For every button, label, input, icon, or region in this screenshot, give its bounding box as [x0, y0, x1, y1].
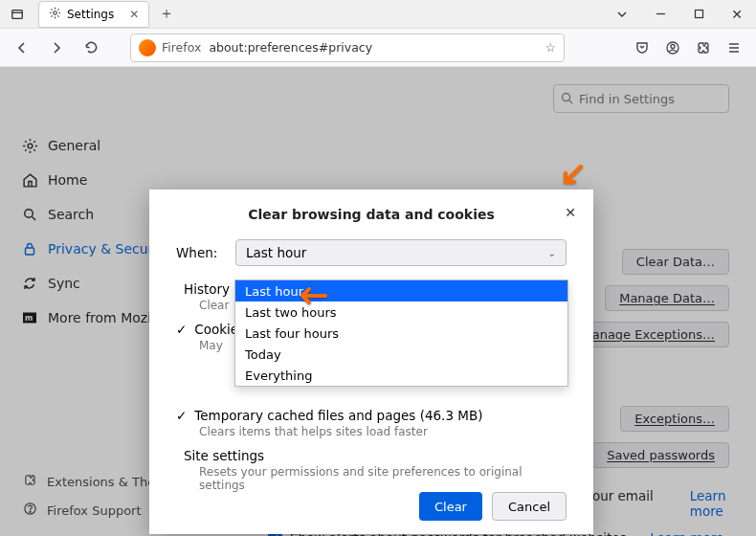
chevron-down-icon: ⌄ [548, 248, 556, 258]
dropdown-option-today[interactable]: Today [235, 344, 567, 365]
minimize-button[interactable] [641, 0, 679, 29]
dropdown-option-last-four-hours[interactable]: Last four hours [235, 323, 567, 344]
chevron-down-icon[interactable] [603, 0, 641, 29]
reload-button[interactable] [77, 34, 105, 62]
dropdown-option-everything[interactable]: Everything [235, 365, 567, 386]
svg-rect-0 [12, 10, 23, 18]
option-desc: Clears items that helps sites load faste… [199, 425, 567, 438]
extensions-icon[interactable] [689, 34, 718, 62]
when-row: When: Last hour ⌄ [176, 239, 567, 266]
option-desc: Resets your permissions and site prefere… [199, 465, 567, 492]
close-window-button[interactable]: ✕ [718, 0, 756, 29]
when-select[interactable]: Last hour ⌄ [235, 239, 567, 266]
tab-list-button[interactable] [0, 1, 34, 28]
save-pocket-icon[interactable] [628, 34, 656, 62]
toolbar: Firefox about:preferences#privacy ☆ [0, 29, 756, 67]
cache-option[interactable]: ✓Temporary cached files and pages (46.3 … [176, 408, 567, 438]
svg-point-4 [671, 44, 675, 48]
forward-button[interactable] [42, 34, 71, 62]
gear-icon [49, 7, 61, 22]
cancel-button[interactable]: Cancel [492, 492, 567, 521]
site-settings-option[interactable]: Site settings Resets your permissions an… [176, 448, 567, 492]
address-bar[interactable]: Firefox about:preferences#privacy ☆ [130, 34, 565, 62]
svg-point-1 [54, 11, 57, 14]
dialog-title: Clear browsing data and cookies ✕ [149, 190, 593, 235]
firefox-icon [139, 39, 156, 56]
tab-label: Settings [67, 8, 114, 21]
annotation-arrow-icon [558, 163, 585, 193]
maximize-button[interactable] [679, 0, 718, 29]
account-icon[interactable] [658, 34, 687, 62]
annotation-arrow-icon [297, 285, 327, 310]
dropdown-option-last-hour[interactable]: Last hour [235, 280, 567, 302]
url-text: about:preferences#privacy [209, 40, 372, 55]
menu-button[interactable] [720, 34, 748, 62]
bookmark-star-icon[interactable]: ☆ [545, 40, 556, 55]
back-button[interactable] [8, 34, 36, 62]
url-brand: Firefox [162, 40, 201, 55]
clear-button[interactable]: Clear [419, 492, 482, 521]
svg-rect-2 [695, 11, 702, 18]
when-selected-value: Last hour [246, 245, 306, 260]
checkbox-icon: ✓ [176, 322, 187, 337]
dropdown-option-last-two-hours[interactable]: Last two hours [235, 302, 567, 323]
clear-data-dialog: Clear browsing data and cookies ✕ When: … [149, 190, 593, 534]
close-tab-icon[interactable]: ✕ [129, 8, 139, 21]
settings-page: General Home Search Privacy & Security S… [0, 67, 756, 536]
when-label: When: [176, 245, 222, 260]
checkbox-icon: ✓ [176, 408, 187, 423]
close-dialog-button[interactable]: ✕ [561, 203, 580, 222]
new-tab-button[interactable]: ＋ [153, 1, 180, 28]
when-dropdown: Last hour Last two hours Last four hours… [234, 279, 568, 387]
tab-settings[interactable]: Settings ✕ [38, 1, 149, 28]
titlebar: Settings ✕ ＋ ✕ [0, 0, 756, 29]
